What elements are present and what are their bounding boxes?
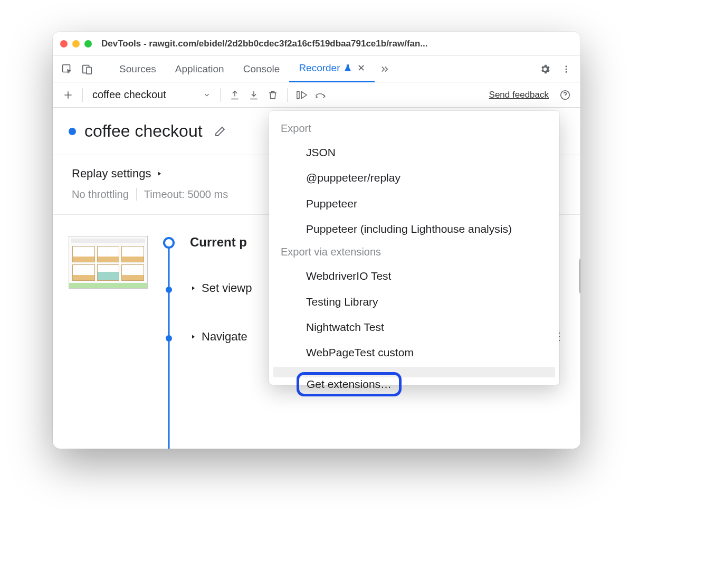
dropdown-section-extensions: Export via extensions: [269, 242, 559, 263]
minimize-window-icon[interactable]: [72, 40, 80, 48]
window-controls: [60, 40, 92, 48]
step-navigate[interactable]: Navigate: [190, 330, 247, 344]
step-icon[interactable]: [312, 86, 330, 104]
timeout-value: Timeout: 5000 ms: [144, 188, 228, 201]
timeline-node: [166, 287, 172, 293]
recording-select[interactable]: coffee checkout: [88, 89, 215, 101]
export-webpagetest[interactable]: WebPageTest custom: [269, 340, 559, 365]
recording-title: coffee checkout: [84, 121, 203, 141]
recording-status-dot: [69, 128, 76, 135]
help-icon[interactable]: [556, 86, 574, 104]
export-puppeteer-replay[interactable]: @puppeteer/replay: [269, 165, 559, 191]
devtools-window: DevTools - rawgit.com/ebidel/2d2bb0cdec3…: [53, 32, 580, 449]
delete-icon[interactable]: [264, 86, 282, 104]
get-extensions[interactable]: Get extensions…: [273, 367, 555, 377]
replay-icon[interactable]: [293, 86, 311, 104]
panel-tabs: Sources Application Console Recorder ✕: [110, 56, 395, 82]
zoom-window-icon[interactable]: [84, 40, 92, 48]
edit-title-icon[interactable]: [211, 122, 229, 140]
tab-console[interactable]: Console: [234, 56, 290, 82]
export-icon[interactable]: [226, 86, 244, 104]
tab-application[interactable]: Application: [166, 56, 234, 82]
svg-rect-2: [87, 67, 91, 74]
svg-rect-6: [297, 91, 299, 98]
throttling-value: No throttling: [72, 188, 129, 201]
step-set-viewport[interactable]: Set viewp: [190, 281, 252, 295]
device-toolbar-icon[interactable]: [78, 60, 96, 78]
export-puppeteer-lighthouse[interactable]: Puppeteer (including Lighthouse analysis…: [269, 216, 559, 242]
flask-icon: [344, 64, 352, 72]
more-tabs-icon[interactable]: [375, 56, 395, 82]
export-json[interactable]: JSON: [269, 140, 559, 165]
caret-right-icon: [190, 285, 196, 291]
svg-point-4: [566, 68, 567, 70]
tab-recorder[interactable]: Recorder ✕: [289, 56, 374, 82]
export-puppeteer[interactable]: Puppeteer: [269, 191, 559, 216]
panel-tabbar: Sources Application Console Recorder ✕: [53, 56, 580, 82]
caret-right-icon: [156, 170, 163, 177]
step-current-page[interactable]: Current p: [190, 235, 247, 250]
kebab-menu-icon[interactable]: [557, 60, 575, 78]
settings-icon[interactable]: [536, 60, 554, 78]
svg-point-3: [566, 65, 567, 67]
chevron-down-icon: [203, 91, 211, 99]
svg-point-5: [566, 71, 567, 72]
caret-right-icon: [190, 334, 196, 340]
svg-point-7: [316, 96, 317, 98]
export-nightwatch[interactable]: Nightwatch Test: [269, 315, 559, 340]
export-dropdown: Export JSON @puppeteer/replay Puppeteer …: [269, 111, 559, 385]
close-window-icon[interactable]: [60, 40, 68, 48]
import-icon[interactable]: [245, 86, 263, 104]
inspect-element-icon[interactable]: [58, 60, 76, 78]
new-recording-icon[interactable]: [59, 86, 77, 104]
close-tab-icon[interactable]: ✕: [355, 62, 365, 74]
send-feedback-link[interactable]: Send feedback: [489, 90, 549, 100]
tab-sources[interactable]: Sources: [110, 56, 166, 82]
window-title: DevTools - rawgit.com/ebidel/2d2bb0cdec3…: [101, 39, 573, 49]
timeline-node-start: [163, 237, 175, 249]
timeline-node: [166, 335, 172, 342]
scrollbar-thumb[interactable]: [579, 259, 580, 293]
recorder-toolbar: coffee checkout Send feedback: [53, 82, 580, 108]
page-thumbnail: [69, 236, 148, 289]
export-webdriverio[interactable]: WebdriverIO Test: [269, 263, 559, 289]
export-testing-library[interactable]: Testing Library: [269, 289, 559, 315]
dropdown-section-export: Export: [269, 120, 559, 140]
titlebar: DevTools - rawgit.com/ebidel/2d2bb0cdec3…: [53, 32, 580, 56]
timeline: [158, 236, 179, 438]
